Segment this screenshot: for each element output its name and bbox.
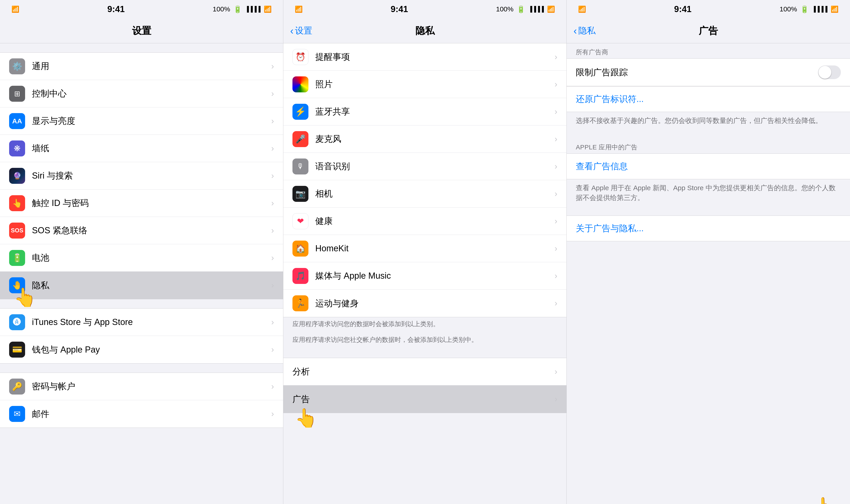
nav-bar-advertising: ‹ 隐私 广告 [567,18,850,43]
privacy-item-reminders[interactable]: ⏰ 提醒事项 › [283,43,566,71]
battery-icon-1: 🔋 [233,5,242,13]
cursor-hand-toggle: 👆 [814,496,836,504]
privacy-link-row[interactable]: 关于广告与隐私... [567,216,850,241]
motion-label: 运动与健身 [315,298,554,309]
display-icon: AA [9,113,25,129]
siri-label: Siri 与搜索 [32,170,271,182]
display-chevron: › [271,116,274,126]
advertising-chevron: › [554,394,557,404]
apple-ads-label: APPLE 应用中的广告 [567,139,850,154]
wifi2-icon-1: 📶 [264,5,272,13]
settings-group-3: 🔑 密码与帐户 › ✉ 邮件 › [0,373,283,428]
privacy-footer-2: 应用程序请求访问您社交帐户的数据时，会被添加到以上类别中。 [283,333,566,349]
analytics-chevron: › [554,367,557,377]
settings-item-general[interactable]: ⚙️ 通用 › [0,53,283,80]
privacy-item-homekit[interactable]: 🏠 HomeKit › [283,235,566,262]
privacy-item-microphone[interactable]: 🎤 麦克风 › [283,125,566,153]
wifi3-icon-2: 📶 [547,5,555,13]
status-bar-1: 📶 9:41 100% 🔋 ▐▐▐▐ 📶 [0,0,283,18]
advertising-content[interactable]: 所有广告商 限制广告跟踪 还原广告标识符... 👆 选择不接收基于兴趣的广告。您… [567,43,850,504]
settings-item-display[interactable]: AA 显示与亮度 › [0,107,283,135]
nav-bar-privacy: ‹ 设置 隐私 [283,18,566,43]
privacy-item-bluetooth[interactable]: ⚡ 蓝牙共享 › [283,98,566,125]
settings-item-wallet[interactable]: 💳 钱包与 Apple Pay › [0,336,283,363]
health-icon: ❤ [293,213,308,229]
general-icon: ⚙️ [9,58,25,74]
display-label: 显示与亮度 [32,115,271,127]
view-ads-row[interactable]: 查看广告信息 [567,154,850,179]
privacy-panel: 📶 9:41 100% 🔋 ▐▐▐▐ 📶 ‹ 设置 隐私 ⏰ 提醒事项 › [283,0,567,504]
bluetooth-label: 蓝牙共享 [315,106,554,118]
wifi-icon-2: 📶 [295,5,303,13]
limit-ad-toggle[interactable] [818,66,841,79]
general-chevron: › [271,61,274,71]
settings-item-privacy[interactable]: 🤚 隐私 › 👆 [0,272,283,299]
privacy-icon: 🤚 [9,277,25,293]
settings-item-sos[interactable]: SOS SOS 紧急联络 › [0,217,283,244]
media-label: 媒体与 Apple Music [315,270,554,282]
general-label: 通用 [32,60,271,72]
speech-icon: 🎙 [293,159,308,175]
reset-link-row[interactable]: 还原广告标识符... 👆 [567,86,850,112]
status-bar-2: 📶 9:41 100% 🔋 ▐▐▐▐ 📶 [283,0,566,18]
ad-description-2: 查看 Apple 用于在 Apple 新闻、App Store 中为您提供更相关… [567,179,850,206]
status-icons-2: 100% 🔋 ▐▐▐▐ 📶 [496,5,555,13]
reminders-chevron: › [554,52,557,62]
privacy-item-analytics[interactable]: 分析 › [283,358,566,385]
control-icon: ⊞ [9,86,25,102]
reminders-label: 提醒事项 [315,51,554,63]
nav-back-privacy[interactable]: ‹ 设置 [290,25,312,36]
health-chevron: › [554,216,557,226]
settings-item-wallpaper[interactable]: ❋ 墙纸 › [0,135,283,162]
privacy-item-media[interactable]: 🎵 媒体与 Apple Music › [283,262,566,290]
reset-link[interactable]: 还原广告标识符... [576,93,644,105]
privacy-item-speech[interactable]: 🎙 语音识别 › [283,153,566,180]
motion-chevron: › [554,299,557,308]
wallpaper-chevron: › [271,144,274,153]
privacy-item-camera[interactable]: 📷 相机 › [283,180,566,208]
settings-list[interactable]: ⚙️ 通用 › ⊞ 控制中心 › AA 显示与亮度 › [0,43,283,504]
privacy-link[interactable]: 关于广告与隐私... [576,222,644,234]
privacy-item-photos[interactable]: 照片 › [283,71,566,98]
nav-title-privacy: 隐私 [415,24,435,37]
privacy-item-advertising[interactable]: 广告 › 👆 [283,385,566,413]
status-left-3: 📶 [578,5,586,13]
siri-chevron: › [271,171,274,181]
privacy-label: 隐私 [32,280,271,291]
signal-icon-2: ▐▐▐▐ [528,6,544,12]
itunes-icon: 🅐 [9,314,25,330]
mail-chevron: › [271,409,274,419]
settings-item-mail[interactable]: ✉ 邮件 › [0,400,283,428]
sos-chevron: › [271,226,274,235]
touchid-icon: 👆 [9,195,25,211]
view-ads-group: 查看广告信息 [567,154,850,179]
privacy-group-2: 分析 › 广告 › 👆 [283,358,566,413]
nav-back-advertising[interactable]: ‹ 隐私 [573,25,596,36]
privacy-item-motion[interactable]: 🏃 运动与健身 › [283,290,566,317]
privacy-footer-text-2: 应用程序请求访问您社交帐户的数据时，会被添加到以上类别中。 [293,336,478,343]
settings-item-battery[interactable]: 🔋 电池 › [0,244,283,272]
limit-ad-label: 限制广告跟踪 [576,67,628,78]
back-label-privacy: 设置 [295,25,312,36]
siri-icon: 🔮 [9,168,25,184]
nav-title-settings: 设置 [132,24,151,37]
passwords-icon: 🔑 [9,379,25,395]
homekit-icon: 🏠 [293,240,308,256]
wallet-icon: 💳 [9,342,25,358]
privacy-item-health[interactable]: ❤ 健康 › [283,208,566,235]
homekit-chevron: › [554,244,557,253]
privacy-list[interactable]: ⏰ 提醒事项 › 照片 › ⚡ 蓝牙共享 › [283,43,566,504]
battery-icon: 🔋 [9,250,25,266]
view-ads-link[interactable]: 查看广告信息 [576,161,628,172]
settings-item-control[interactable]: ⊞ 控制中心 › [0,80,283,107]
settings-item-itunes[interactable]: 🅐 iTunes Store 与 App Store › [0,309,283,336]
settings-item-passwords[interactable]: 🔑 密码与帐户 › [0,373,283,400]
battery-percent-3: 100% [780,5,797,13]
bluetooth-icon: ⚡ [293,104,308,120]
camera-icon: 📷 [293,186,308,202]
advertising-panel: 📶 9:41 100% 🔋 ▐▐▐▐ 📶 ‹ 隐私 广告 所有广告商 限制广告跟… [567,0,850,504]
settings-item-siri[interactable]: 🔮 Siri 与搜索 › [0,162,283,190]
back-chevron-privacy: ‹ [290,25,294,36]
touchid-chevron: › [271,198,274,208]
settings-item-touchid[interactable]: 👆 触控 ID 与密码 › [0,190,283,217]
